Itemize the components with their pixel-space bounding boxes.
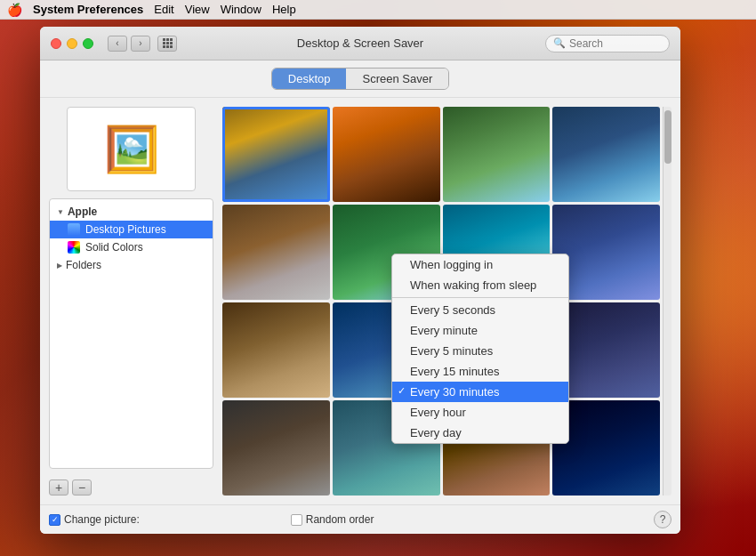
menubar-window[interactable]: Window xyxy=(221,3,261,16)
sidebar-item-desktop-pictures[interactable]: Desktop Pictures xyxy=(50,221,213,238)
random-order-label: Random order xyxy=(306,513,374,526)
sidebar-footer: + − xyxy=(49,479,213,496)
change-picture-option[interactable]: Change picture: xyxy=(49,513,140,526)
random-order-option[interactable]: Random order xyxy=(291,513,374,526)
main-content: 🖼️ ▼ Apple Desktop Pictures Solid Colors… xyxy=(40,98,680,504)
scrollbar-thumb[interactable] xyxy=(664,110,672,164)
tab-screen-saver[interactable]: Screen Saver xyxy=(346,68,448,89)
image-thumb-1[interactable] xyxy=(222,107,330,202)
maximize-button[interactable] xyxy=(83,38,93,49)
tab-group: Desktop Screen Saver xyxy=(271,68,449,90)
dropdown-item-5min[interactable]: Every 5 minutes xyxy=(392,341,568,361)
menubar-edit[interactable]: Edit xyxy=(154,3,173,16)
remove-folder-button[interactable]: − xyxy=(72,479,92,496)
change-picture-checkbox[interactable] xyxy=(49,514,60,526)
triangle-icon: ▶ xyxy=(57,262,62,270)
add-folder-button[interactable]: + xyxy=(49,479,68,496)
close-button[interactable] xyxy=(51,38,61,49)
dropdown-menu: When logging in When waking from sleep E… xyxy=(391,254,569,444)
sidebar-item-solid-colors[interactable]: Solid Colors xyxy=(50,238,213,256)
sidebar-group-label: Apple xyxy=(68,205,97,218)
tab-toolbar: Desktop Screen Saver xyxy=(40,60,680,98)
dropdown-item-5sec[interactable]: Every 5 seconds xyxy=(392,300,568,320)
dropdown-item-logging-in[interactable]: When logging in xyxy=(392,254,568,275)
image-thumb-3[interactable] xyxy=(443,107,551,202)
dropdown-item-1day[interactable]: Every day xyxy=(392,423,568,443)
right-panel: When logging in When waking from sleep E… xyxy=(222,107,672,496)
bottom-controls: Change picture: Random order ? xyxy=(40,504,680,534)
left-panel: 🖼️ ▼ Apple Desktop Pictures Solid Colors… xyxy=(49,107,213,496)
dropdown-item-1min[interactable]: Every minute xyxy=(392,320,568,341)
grid-icon xyxy=(163,38,173,48)
search-box[interactable]: 🔍 xyxy=(545,35,670,52)
menubar-help[interactable]: Help xyxy=(272,3,296,16)
dropdown-item-30min[interactable]: Every 30 minutes xyxy=(392,382,568,402)
help-button[interactable]: ? xyxy=(654,511,672,528)
titlebar: ‹ › Desktop & Screen Saver 🔍 xyxy=(40,27,680,60)
preview-icon: 🖼️ xyxy=(104,124,159,175)
sidebar-item-label: Solid Colors xyxy=(85,241,143,254)
tab-desktop[interactable]: Desktop xyxy=(272,68,347,89)
nav-buttons: ‹ › xyxy=(108,36,150,52)
folder-icon xyxy=(68,223,80,236)
sidebar-group-apple[interactable]: ▼ Apple xyxy=(50,203,213,221)
minimize-button[interactable] xyxy=(67,38,77,49)
color-wheel-icon xyxy=(68,241,80,254)
menubar-view[interactable]: View xyxy=(185,3,210,16)
apple-menu-icon[interactable]: 🍎 xyxy=(7,3,22,17)
sidebar: ▼ Apple Desktop Pictures Solid Colors ▶ … xyxy=(49,198,213,469)
image-thumb-9[interactable] xyxy=(222,302,330,398)
search-input[interactable] xyxy=(569,37,658,50)
dropdown-item-waking[interactable]: When waking from sleep xyxy=(392,275,568,295)
image-thumb-2[interactable] xyxy=(333,107,440,202)
triangle-icon: ▼ xyxy=(57,208,64,216)
back-button[interactable]: ‹ xyxy=(108,36,127,52)
dropdown-item-15min[interactable]: Every 15 minutes xyxy=(392,361,568,382)
menubar-system-preferences[interactable]: System Preferences xyxy=(33,3,143,16)
sidebar-folders[interactable]: ▶ Folders xyxy=(50,256,213,274)
traffic-lights xyxy=(51,38,93,49)
sidebar-item-label: Desktop Pictures xyxy=(85,223,166,236)
sidebar-folders-label: Folders xyxy=(66,259,101,271)
grid-view-button[interactable] xyxy=(157,36,177,52)
dropdown-item-1hour[interactable]: Every hour xyxy=(392,402,568,423)
forward-button[interactable]: › xyxy=(131,36,150,52)
search-icon: 🔍 xyxy=(553,37,566,49)
image-thumb-4[interactable] xyxy=(552,107,660,202)
window-title: Desktop & Screen Saver xyxy=(297,36,423,50)
change-picture-label: Change picture: xyxy=(64,513,140,526)
image-thumb-5[interactable] xyxy=(222,205,330,300)
main-window: ‹ › Desktop & Screen Saver 🔍 Desktop Scr… xyxy=(40,27,680,534)
preview-box: 🖼️ xyxy=(67,107,196,191)
dropdown-separator-1 xyxy=(392,297,568,298)
random-order-checkbox[interactable] xyxy=(291,514,302,526)
scrollbar[interactable] xyxy=(663,107,672,496)
image-thumb-13[interactable] xyxy=(222,400,330,496)
menubar: 🍎 System Preferences Edit View Window He… xyxy=(0,0,756,20)
